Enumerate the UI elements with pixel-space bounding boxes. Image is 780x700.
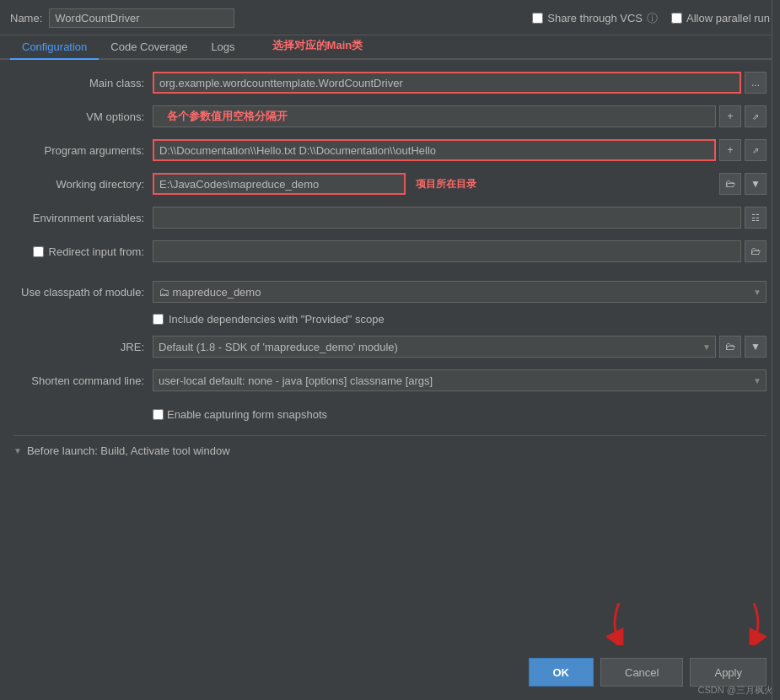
share-vcs-group: Share through VCS ⓘ: [532, 11, 658, 26]
header-row: Name: Share through VCS ⓘ Allow parallel…: [0, 0, 780, 35]
shorten-cmd-dropdown-wrap: user-local default: none - java [options…: [153, 369, 767, 391]
vm-options-row: VM options: 各个参数值用空格分隔开 + ⇗: [13, 104, 767, 129]
before-launch-toggle-icon[interactable]: ▼: [13, 446, 22, 455]
include-deps-checkbox[interactable]: [153, 314, 164, 325]
configuration-content: Main class: ... VM options: 各个参数值用空格分隔开 …: [0, 60, 780, 649]
vm-options-add-button[interactable]: +: [719, 105, 741, 127]
apply-button[interactable]: Apply: [690, 658, 767, 687]
before-launch-header: ▼ Before launch: Build, Activate tool wi…: [13, 444, 767, 457]
classpath-label: Use classpath of module:: [13, 286, 153, 299]
working-directory-row: Working directory: 项目所在目录 🗁 ▼: [13, 171, 767, 197]
footer-container: OK Cancel Apply: [0, 649, 780, 700]
main-class-input[interactable]: [153, 72, 741, 94]
tab-configuration[interactable]: Configuration: [10, 35, 99, 60]
shorten-cmd-select[interactable]: user-local default: none - java [options…: [153, 369, 767, 391]
redirect-input-label: Redirect input from:: [13, 245, 153, 258]
main-class-browse-button[interactable]: ...: [745, 72, 767, 94]
working-directory-input[interactable]: [153, 173, 406, 195]
environment-variables-label: Environment variables:: [13, 212, 153, 224]
redirect-input-field: 🗁: [153, 240, 767, 262]
shorten-cmd-field: user-local default: none - java [options…: [153, 369, 767, 391]
program-arguments-expand-button[interactable]: ⇗: [745, 139, 767, 161]
environment-variables-field: ☷: [153, 207, 767, 229]
before-launch-section: ▼ Before launch: Build, Activate tool wi…: [13, 435, 767, 457]
classpath-field: 🗂 mapreduce_demo ▼: [153, 281, 767, 303]
allow-parallel-group: Allow parallel run: [671, 12, 770, 24]
environment-variables-edit-button[interactable]: ☷: [745, 207, 767, 229]
tab-annotation: 选择对应的Main类: [272, 38, 363, 58]
tab-code-coverage[interactable]: Code Coverage: [99, 35, 199, 60]
ok-button[interactable]: OK: [529, 658, 594, 687]
enable-snapshots-row: Enable capturing form snapshots: [13, 401, 767, 427]
working-directory-label: Working directory:: [13, 178, 153, 191]
jre-select[interactable]: Default (1.8 - SDK of 'mapreduce_demo' m…: [153, 336, 716, 358]
main-class-label: Main class:: [13, 77, 153, 89]
jre-label: JRE:: [13, 341, 153, 353]
include-deps-row: Include dependencies with "Provided" sco…: [153, 313, 767, 326]
share-vcs-checkbox[interactable]: [532, 13, 543, 24]
main-class-field: ...: [153, 72, 767, 94]
jre-row: JRE: Default (1.8 - SDK of 'mapreduce_de…: [13, 334, 767, 359]
classpath-select[interactable]: 🗂 mapreduce_demo: [153, 281, 767, 303]
program-arguments-input[interactable]: [153, 139, 716, 161]
scrollbar[interactable]: [772, 0, 780, 700]
vm-options-label: VM options:: [13, 110, 153, 123]
share-vcs-label: Share through VCS: [547, 12, 643, 24]
program-arguments-field: + ⇗: [153, 139, 767, 161]
enable-snapshots-label: Enable capturing form snapshots: [167, 408, 327, 421]
cancel-button[interactable]: Cancel: [600, 658, 683, 687]
vm-options-display: 各个参数值用空格分隔开: [153, 105, 716, 127]
main-class-row: Main class: ...: [13, 70, 767, 95]
name-input[interactable]: [49, 8, 234, 28]
working-directory-field: 项目所在目录 🗁 ▼: [153, 173, 767, 195]
jre-dropdown-wrap: Default (1.8 - SDK of 'mapreduce_demo' m…: [153, 336, 716, 358]
jre-field: Default (1.8 - SDK of 'mapreduce_demo' m…: [153, 336, 767, 358]
redirect-input-input[interactable]: [153, 240, 741, 262]
shorten-cmd-label: Shorten command line:: [13, 374, 153, 387]
classpath-row: Use classpath of module: 🗂 mapreduce_dem…: [13, 279, 767, 304]
program-arguments-row: Program arguments: + ⇗: [13, 137, 767, 163]
redirect-input-browse-button[interactable]: 🗁: [745, 240, 767, 262]
allow-parallel-label: Allow parallel run: [686, 12, 770, 24]
environment-variables-row: Environment variables: ☷: [13, 205, 767, 230]
working-directory-annotation: 项目所在目录: [416, 177, 476, 191]
allow-parallel-checkbox[interactable]: [671, 13, 682, 24]
tab-logs[interactable]: Logs: [199, 35, 246, 60]
environment-variables-input[interactable]: [153, 207, 741, 229]
classpath-dropdown-wrap: 🗂 mapreduce_demo ▼: [153, 281, 767, 303]
run-debug-dialog: Name: Share through VCS ⓘ Allow parallel…: [0, 0, 780, 700]
enable-snapshots-checkbox[interactable]: [153, 409, 164, 420]
redirect-input-row: Redirect input from: 🗁: [13, 239, 767, 264]
watermark: CSDN @三月枫火: [698, 684, 773, 697]
help-icon[interactable]: ⓘ: [647, 11, 658, 26]
working-directory-browse-button[interactable]: 🗁: [719, 173, 741, 195]
vm-options-annotation: 各个参数值用空格分隔开: [167, 109, 288, 124]
vm-options-expand-button[interactable]: ⇗: [745, 105, 767, 127]
include-deps-label: Include dependencies with "Provided" sco…: [169, 313, 385, 326]
enable-snapshots-field: Enable capturing form snapshots: [153, 408, 767, 421]
header-right: Share through VCS ⓘ Allow parallel run: [532, 11, 770, 26]
shorten-cmd-row: Shorten command line: user-local default…: [13, 368, 767, 393]
before-launch-label: Before launch: Build, Activate tool wind…: [27, 444, 230, 457]
vm-options-field: 各个参数值用空格分隔开 + ⇗: [153, 105, 767, 127]
jre-dropdown-button[interactable]: ▼: [745, 336, 767, 358]
program-arguments-label: Program arguments:: [13, 144, 153, 157]
redirect-input-checkbox[interactable]: [33, 246, 44, 257]
footer: OK Cancel Apply: [0, 649, 780, 700]
jre-browse-button[interactable]: 🗁: [719, 336, 741, 358]
tabs-bar: Configuration Code Coverage Logs 选择对应的Ma…: [0, 35, 780, 60]
program-arguments-add-button[interactable]: +: [719, 139, 741, 161]
working-directory-dropdown-button[interactable]: ▼: [745, 173, 767, 195]
name-label: Name:: [10, 12, 42, 24]
